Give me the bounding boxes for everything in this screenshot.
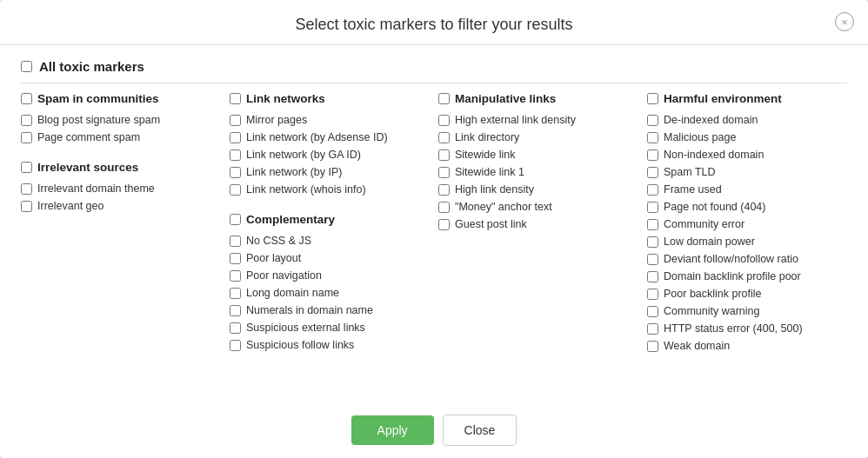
item-suspicious-external-label: Suspicious external links: [246, 322, 365, 334]
list-item: Weak domain: [647, 338, 847, 354]
item-sitewide-link-label: Sitewide link: [455, 149, 515, 161]
item-irrelevant-geo-label: Irrelevant geo: [37, 200, 103, 212]
item-spam-tld-checkbox[interactable]: [647, 167, 658, 178]
item-mirror-pages-checkbox[interactable]: [230, 115, 241, 126]
item-community-error-checkbox[interactable]: [647, 219, 658, 230]
item-weak-domain-checkbox[interactable]: [647, 341, 658, 352]
list-item: Link network (whois info): [230, 182, 430, 197]
item-deviant-follow-label: Deviant follow/nofollow ratio: [664, 253, 798, 265]
category-irrelevant-header: Irrelevant sources: [21, 161, 221, 174]
modal-close-x-button[interactable]: ×: [835, 12, 854, 31]
list-item: HTTP status error (400, 500): [647, 321, 847, 336]
item-ln-ip-label: Link network (by IP): [246, 166, 342, 178]
category-harmful-title: Harmful environment: [664, 92, 782, 105]
category-spam-title: Spam in communities: [37, 92, 159, 105]
category-complementary: Complementary No CSS & JS Poor layout Po…: [230, 213, 430, 353]
item-community-error-label: Community error: [664, 218, 744, 230]
modal-footer: Apply Close: [0, 406, 868, 458]
category-complementary-checkbox[interactable]: [230, 214, 241, 225]
item-ln-whois-label: Link network (whois info): [246, 183, 366, 196]
list-item: Frame used: [647, 182, 847, 197]
item-malicious-page-checkbox[interactable]: [647, 132, 658, 143]
item-http-status-error-checkbox[interactable]: [647, 323, 658, 335]
list-item: Link network (by GA ID): [230, 147, 430, 163]
item-ln-adsense-label: Link network (by Adsense ID): [246, 131, 388, 143]
category-manipulative-checkbox[interactable]: [438, 93, 450, 104]
list-item: Link network (by Adsense ID): [230, 129, 430, 145]
item-no-css-js-checkbox[interactable]: [230, 236, 241, 247]
all-markers-checkbox[interactable]: [21, 61, 32, 72]
item-non-indexed-domain-checkbox[interactable]: [647, 149, 658, 161]
list-item: Mirror pages: [230, 112, 430, 128]
item-blog-post-spam-label: Blog post signature spam: [37, 114, 160, 126]
item-low-domain-power-checkbox[interactable]: [647, 236, 658, 248]
category-manipulative-title: Manipulative links: [455, 92, 556, 105]
category-link-networks-checkbox[interactable]: [230, 93, 241, 104]
apply-button[interactable]: Apply: [351, 415, 434, 445]
item-irrelevant-domain-checkbox[interactable]: [21, 183, 32, 195]
category-irrelevant-checkbox[interactable]: [21, 162, 32, 173]
list-item: Numerals in domain name: [230, 302, 430, 318]
item-ln-whois-checkbox[interactable]: [230, 184, 241, 196]
item-ln-ga-checkbox[interactable]: [230, 149, 241, 161]
category-harmful: Harmful environment De-indexed domain Ma…: [647, 92, 847, 354]
item-no-css-js-label: No CSS & JS: [246, 235, 311, 247]
item-deindexed-domain-checkbox[interactable]: [647, 115, 658, 126]
list-item: Long domain name: [230, 285, 430, 301]
item-frame-used-label: Frame used: [664, 183, 722, 196]
item-deviant-follow-checkbox[interactable]: [647, 254, 658, 265]
item-page-not-found-checkbox[interactable]: [647, 202, 658, 213]
item-numerals-domain-label: Numerals in domain name: [246, 304, 373, 316]
list-item: Link network (by IP): [230, 164, 430, 180]
item-numerals-domain-checkbox[interactable]: [230, 305, 241, 316]
category-spam-checkbox[interactable]: [21, 93, 32, 104]
category-manipulative: Manipulative links High external link de…: [438, 92, 638, 232]
item-high-link-density-checkbox[interactable]: [438, 184, 450, 196]
item-community-warning-label: Community warning: [664, 305, 759, 317]
list-item: Suspicious external links: [230, 320, 430, 335]
modal-body: All toxic markers Spam in communities Bl…: [0, 45, 868, 406]
category-spam-header: Spam in communities: [21, 92, 221, 105]
item-frame-used-checkbox[interactable]: [647, 184, 658, 196]
category-spam: Spam in communities Blog post signature …: [21, 92, 221, 145]
item-ln-adsense-checkbox[interactable]: [230, 132, 241, 143]
list-item: No CSS & JS: [230, 233, 430, 249]
item-irrelevant-geo-checkbox[interactable]: [21, 201, 32, 212]
list-item: Sitewide link 1: [438, 164, 638, 180]
category-irrelevant: Irrelevant sources Irrelevant domain the…: [21, 161, 221, 214]
item-page-comment-spam-label: Page comment spam: [37, 131, 140, 143]
list-item: Page not found (404): [647, 199, 847, 215]
item-ln-ip-checkbox[interactable]: [230, 167, 241, 178]
category-link-networks: Link networks Mirror pages Link network …: [230, 92, 430, 197]
item-high-external-density-checkbox[interactable]: [438, 115, 450, 126]
item-high-link-density-label: High link density: [455, 183, 534, 196]
item-community-warning-checkbox[interactable]: [647, 306, 658, 317]
item-sitewide-link-checkbox[interactable]: [438, 149, 450, 161]
list-item: Poor navigation: [230, 268, 430, 283]
list-item: High link density: [438, 182, 638, 197]
item-poor-navigation-checkbox[interactable]: [230, 270, 241, 282]
item-money-anchor-checkbox[interactable]: [438, 202, 450, 213]
list-item: Domain backlink profile poor: [647, 269, 847, 284]
item-domain-backlink-poor-label: Domain backlink profile poor: [664, 270, 801, 282]
item-page-comment-spam-checkbox[interactable]: [21, 132, 32, 143]
item-poor-layout-checkbox[interactable]: [230, 253, 241, 264]
category-complementary-title: Complementary: [246, 213, 335, 226]
item-link-directory-checkbox[interactable]: [438, 132, 450, 143]
list-item: Link directory: [438, 129, 638, 145]
list-item: De-indexed domain: [647, 112, 847, 128]
item-spam-tld-label: Spam TLD: [664, 166, 716, 178]
item-suspicious-follow-label: Suspicious follow links: [246, 339, 354, 351]
close-button[interactable]: Close: [443, 415, 517, 446]
list-item: Non-indexed domain: [647, 147, 847, 163]
item-guest-post-checkbox[interactable]: [438, 219, 450, 230]
item-long-domain-checkbox[interactable]: [230, 288, 241, 299]
item-poor-backlink-checkbox[interactable]: [647, 289, 658, 300]
item-suspicious-follow-checkbox[interactable]: [230, 340, 241, 351]
category-harmful-checkbox[interactable]: [647, 93, 658, 104]
item-suspicious-external-checkbox[interactable]: [230, 322, 241, 334]
item-domain-backlink-poor-checkbox[interactable]: [647, 271, 658, 282]
item-sitewide-link1-checkbox[interactable]: [438, 167, 450, 178]
item-blog-post-spam-checkbox[interactable]: [21, 115, 32, 126]
item-malicious-page-label: Malicious page: [664, 131, 736, 143]
